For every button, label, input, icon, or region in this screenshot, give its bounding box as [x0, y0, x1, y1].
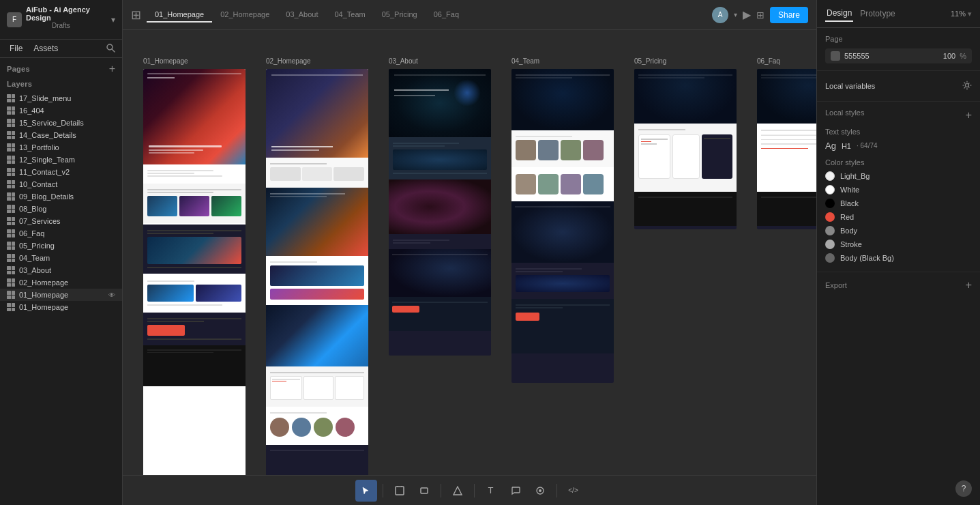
- color-style-stroke[interactable]: Stroke: [825, 237, 972, 251]
- frame-label: 02_Homepage: [266, 57, 311, 65]
- bottom-toolbar: T </>: [123, 475, 816, 505]
- color-style-red[interactable]: Red: [825, 210, 972, 224]
- export-header: Export +: [825, 279, 972, 291]
- layer-item[interactable]: 06_Faq: [0, 227, 122, 240]
- comment-tool[interactable]: [505, 480, 526, 502]
- frame-label: 04_Team: [511, 57, 539, 65]
- color-style-name: Stroke: [840, 240, 862, 248]
- layer-item[interactable]: 09_Blog_Details: [0, 190, 122, 203]
- layer-item[interactable]: 02_Homepage: [0, 276, 122, 289]
- text-style-h1[interactable]: Ag H1 · 64/74: [825, 139, 972, 153]
- layer-item[interactable]: 05_Pricing: [0, 240, 122, 252]
- add-page-button[interactable]: +: [109, 63, 115, 74]
- frame-tool[interactable]: [389, 480, 411, 502]
- frame-card[interactable]: [266, 69, 368, 475]
- color-dot: [825, 171, 835, 181]
- expand-icon[interactable]: ⊞: [756, 10, 764, 20]
- toolbar-divider: [474, 484, 475, 497]
- frame-02homepage: 02_Homepage: [266, 57, 368, 475]
- color-style-white[interactable]: White: [825, 183, 972, 197]
- figma-logo[interactable]: F: [7, 12, 22, 27]
- add-style-button[interactable]: +: [966, 110, 972, 121]
- design-tab[interactable]: Design: [825, 5, 853, 22]
- page-tab-06faq[interactable]: 06_Faq: [426, 8, 467, 23]
- page-color-hex: 555555: [844, 52, 939, 60]
- layer-15-service-details[interactable]: 15_Service_Details: [0, 117, 122, 129]
- layer-item[interactable]: 01_Homepage: [0, 301, 122, 313]
- page-tab-02homepage[interactable]: 02_Homepage: [212, 8, 278, 23]
- layer-item[interactable]: 16_404: [0, 104, 122, 117]
- layer-item[interactable]: 12_Single_Team: [0, 154, 122, 166]
- canvas-scroll[interactable]: 01_Homepage: [123, 30, 816, 475]
- text-style-name: H1: [842, 142, 851, 150]
- color-dot: [825, 199, 835, 208]
- color-style-body[interactable]: Body: [825, 224, 972, 237]
- share-button[interactable]: Share: [770, 7, 808, 23]
- eye-icon: 👁: [108, 291, 115, 299]
- prototype-tab[interactable]: Prototype: [859, 6, 896, 21]
- color-style-black[interactable]: Black: [825, 197, 972, 210]
- svg-point-8: [539, 489, 541, 492]
- rectangle-tool[interactable]: [413, 480, 435, 502]
- layers-title: Layers: [7, 80, 32, 88]
- layer-item[interactable]: 10_Contact: [0, 178, 122, 190]
- color-style-light-bg[interactable]: Light_Bg: [825, 169, 972, 183]
- color-style-name: Black: [840, 199, 859, 207]
- add-export-button[interactable]: +: [966, 279, 972, 291]
- help-button[interactable]: ?: [955, 480, 972, 497]
- pen-tool[interactable]: [447, 480, 469, 502]
- page-section: Page 555555 100 %: [817, 28, 980, 71]
- page-opacity-value: 100: [943, 52, 955, 60]
- frame-label: 05_Pricing: [634, 57, 666, 65]
- file-menu[interactable]: File: [7, 42, 25, 55]
- frame-card[interactable]: [634, 69, 737, 229]
- project-caret[interactable]: ▾: [111, 15, 115, 25]
- logo-bar: F AiFub - Ai Agency Design Drafts ▾: [0, 0, 122, 40]
- page-tab-03about[interactable]: 03_About: [278, 8, 326, 23]
- layer-item[interactable]: 11_Contact_v2: [0, 166, 122, 178]
- layer-01-homepage-visible[interactable]: 01_Homepage 👁: [0, 289, 122, 301]
- frame-01homepage: 01_Homepage: [143, 57, 246, 475]
- page-tab-01homepage[interactable]: 01_Homepage: [147, 8, 212, 23]
- left-sidebar: F AiFub - Ai Agency Design Drafts ▾ File…: [0, 0, 123, 505]
- top-bar-right: A ▾ ▶ ⊞ Share: [712, 7, 808, 23]
- page-color-input[interactable]: 555555 100 %: [825, 48, 972, 63]
- select-tool[interactable]: [355, 480, 377, 502]
- component-tool[interactable]: [529, 480, 551, 502]
- frame-06faq: 06_Faq: [757, 57, 816, 229]
- layer-item[interactable]: 08_Blog: [0, 203, 122, 215]
- layers-list: 17_Slide_menu 16_404 15_Service_Details …: [0, 91, 122, 505]
- layer-item[interactable]: 14_Case_Details: [0, 129, 122, 141]
- frame-card[interactable]: [511, 69, 614, 383]
- assets-menu[interactable]: Assets: [31, 42, 61, 55]
- code-tool[interactable]: </>: [563, 480, 584, 502]
- layer-item[interactable]: 17_Slide_menu: [0, 92, 122, 104]
- layer-item[interactable]: 13_Portfolio: [0, 141, 122, 154]
- local-variables-button[interactable]: Local variables: [825, 78, 972, 94]
- color-dot: [825, 226, 835, 235]
- play-button[interactable]: ▶: [743, 8, 751, 21]
- settings-icon: [962, 81, 972, 91]
- grid-view-icon[interactable]: ⊞: [131, 8, 141, 23]
- text-tool[interactable]: T: [480, 480, 502, 502]
- frame-card[interactable]: [389, 69, 491, 356]
- search-button[interactable]: [106, 43, 115, 55]
- layer-item[interactable]: 07_Services: [0, 215, 122, 227]
- top-bar: ⊞ 01_Homepage 02_Homepage 03_About 04_Te…: [123, 0, 816, 30]
- local-styles-title: Local styles: [825, 109, 864, 117]
- page-tab-04team[interactable]: 04_Team: [326, 8, 373, 23]
- export-title: Export: [825, 281, 847, 289]
- layer-item[interactable]: 03_About: [0, 264, 122, 276]
- frame-card[interactable]: [757, 69, 816, 229]
- frame-card[interactable]: [143, 69, 246, 475]
- page-section-title: Page: [825, 35, 972, 43]
- color-style-body-black-bg[interactable]: Body (Black Bg): [825, 251, 972, 265]
- zoom-control[interactable]: 11% ▾: [951, 10, 972, 18]
- page-tab-05pricing[interactable]: 05_Pricing: [374, 8, 426, 23]
- svg-line-1: [112, 49, 115, 52]
- text-style-info: · 64/74: [857, 142, 878, 149]
- toolbar-divider: [383, 484, 383, 497]
- layer-item[interactable]: 04_Team: [0, 252, 122, 264]
- project-name[interactable]: AiFub - Ai Agency Design: [26, 5, 107, 22]
- avatar-caret[interactable]: ▾: [734, 11, 737, 18]
